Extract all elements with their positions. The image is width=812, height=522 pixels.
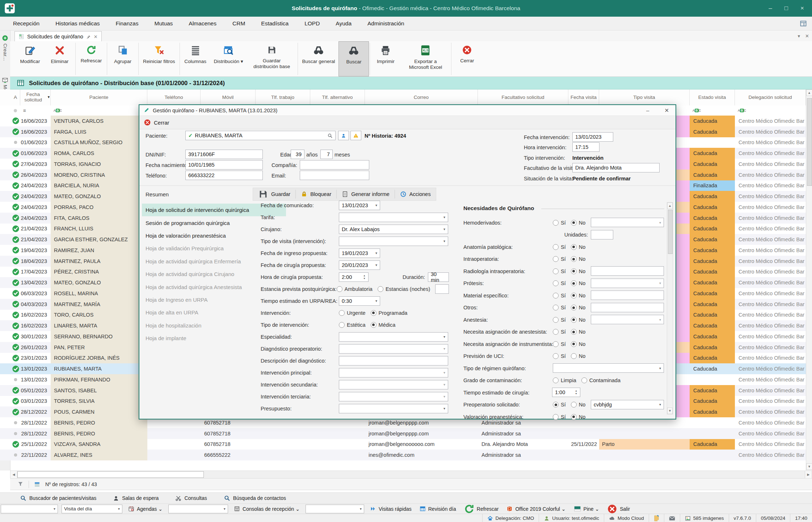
radio-10-1[interactable] [371, 322, 376, 328]
nq-radio-si-7[interactable] [553, 305, 559, 310]
button-consolas[interactable]: Consolas de recepción ⌄ [232, 506, 302, 512]
spinner-arrows-icon[interactable]: ▲▼ [363, 274, 366, 280]
unidades-input[interactable] [591, 230, 613, 239]
column-header-facultativo[interactable]: Facultativo solicitud [478, 89, 568, 105]
column-header-delegacion[interactable]: Delegación solicitud [735, 89, 806, 105]
menu-lopd[interactable]: LOPD [296, 17, 328, 30]
combo-4[interactable]: 19/01/2023▾ [339, 249, 380, 258]
horizontal-scrollbar[interactable]: ◀ ▶ [10, 471, 812, 479]
table-row[interactable]: 28/11/2022BERNIS, PEDRO607852718jroman@b… [0, 428, 812, 439]
nq-radio-si-4[interactable] [553, 268, 559, 274]
status-version[interactable]: v7.6.7.0 [729, 514, 756, 522]
filter-cell-estado[interactable]: ABC [690, 105, 735, 116]
nq-radio-si-16[interactable] [553, 414, 559, 420]
toolbar-button-cerrar[interactable]: Cerrar [452, 41, 482, 76]
input-13[interactable] [339, 356, 448, 366]
column-header-fechav[interactable]: Fecha visita [568, 89, 599, 105]
nq-radio-no-6[interactable] [571, 293, 577, 298]
cerrar-button[interactable]: Cerrar [154, 120, 169, 126]
nq-radio-si-3[interactable] [553, 256, 559, 262]
nq-radio-si-8[interactable] [553, 317, 559, 323]
menu-crm[interactable]: CRM [224, 17, 253, 30]
toolbar-button-exportar-excel[interactable]: XLSExportar a Microsoft Excel [400, 41, 450, 76]
dialog-button-guardar[interactable]: Guardar [253, 188, 295, 200]
radio-9-1[interactable] [371, 310, 376, 316]
toolbar-button-guardar-distribucion-base[interactable]: Guardar distribución base [247, 41, 297, 76]
spinner-arrows-icon[interactable]: ▲▼ [575, 389, 577, 395]
filter-funnel-icon[interactable] [17, 481, 24, 487]
tablist-close-icon[interactable]: ✕ [805, 33, 809, 39]
scroll-right-icon[interactable]: ▶ [805, 471, 812, 478]
nq-radio-no-16[interactable] [571, 414, 577, 420]
nq-radio-no-3[interactable] [571, 256, 577, 262]
nq-radio-si-11[interactable] [553, 353, 559, 359]
nq-radio-no-2[interactable] [571, 244, 577, 250]
combo-1[interactable]: ▾ [339, 213, 448, 222]
dni-input[interactable]: 39171606F [185, 150, 263, 159]
combo-0[interactable]: 13/01/2023▾ [339, 201, 380, 210]
column-header-a[interactable]: A [11, 89, 20, 105]
combo-combo-1[interactable]: ▾ [1, 505, 58, 513]
filter-cell-delegacion[interactable]: ABC [735, 105, 806, 116]
button-visitas-rapidas[interactable]: Visitas rápidas [368, 506, 414, 512]
toolbar-button-imprimir[interactable]: Imprimir [371, 41, 400, 76]
nq-input-6[interactable] [591, 291, 664, 300]
nq-radio-no-11[interactable] [571, 353, 577, 359]
filter-cell-a[interactable] [11, 105, 20, 116]
edad-meses-input[interactable]: 7 [320, 150, 333, 159]
column-header-correo[interactable]: Correo [365, 89, 478, 105]
tablist-dropdown-icon[interactable]: ▾ [798, 33, 800, 39]
compania-input[interactable] [300, 160, 369, 170]
dialog-scrollbar[interactable]: ▲ ▼ [667, 202, 673, 414]
layout-icon[interactable] [800, 20, 807, 27]
column-header-estado[interactable]: Estado visita [690, 89, 735, 105]
hora-intervencion-input[interactable]: 17:15 [572, 142, 599, 152]
toolbar-button-buscar-general[interactable]: Buscar general [299, 41, 339, 76]
menu-administración[interactable]: Administración [359, 17, 412, 30]
dialog-scroll-down-icon[interactable]: ▼ [667, 408, 673, 414]
nq-radio-13-1[interactable] [581, 377, 587, 383]
column-header-trabajo[interactable]: Tlf. trabajo [256, 89, 310, 105]
combo-vista[interactable]: Visita del día▾ [62, 505, 122, 513]
table-row[interactable]: 25/11/2022VIZCAYA, SANDRA607852718jroman… [0, 439, 812, 450]
nq-radio-no-15[interactable] [571, 402, 577, 408]
nq-radio-si-2[interactable] [553, 244, 559, 250]
regimen-combo[interactable]: ▾ [553, 363, 664, 373]
dialog-button-acciones[interactable]: Acciones [395, 188, 436, 200]
toolbar-button-reiniciar-filtros[interactable]: Reiniciar filtros [139, 41, 179, 76]
button-refrescar2[interactable]: Refrescar [462, 504, 501, 514]
status-notas[interactable] [649, 514, 664, 522]
nacimiento-input[interactable]: 10/01/1985 [185, 160, 263, 170]
dialog-button-generar-informe[interactable]: Generar informe [337, 188, 395, 200]
pin-icon[interactable] [86, 34, 91, 39]
button-pine-theme[interactable]: Pine ⌄ [572, 506, 602, 512]
combo-combo-3[interactable]: ▾ [306, 505, 364, 513]
toolbar-button-columnas[interactable]: Columnas [181, 41, 210, 76]
radio-7-0[interactable] [337, 286, 342, 292]
column-header-tipo[interactable]: Tipo visita [599, 89, 690, 105]
radio-10-0[interactable] [339, 322, 345, 328]
dialog-scroll-thumb[interactable] [668, 210, 673, 254]
menu-finanzas[interactable]: Finanzas [108, 17, 147, 30]
scroll-down-icon[interactable]: ▼ [806, 463, 812, 470]
scroll-left-icon[interactable]: ◀ [10, 471, 17, 478]
menu-almacenes[interactable]: Almacenes [181, 17, 224, 30]
table-row[interactable]: 22/11/2022ALVAREZ, INES666555222ines@ofi… [0, 450, 812, 460]
column-header-fecha[interactable]: Fecha solicitud ▼ [20, 89, 51, 105]
button-agendas[interactable]: Agendas ⌄ [126, 506, 165, 512]
nq-input-4[interactable] [591, 266, 664, 276]
menu-ayuda[interactable]: Ayuda [328, 17, 359, 30]
minimize-button[interactable]: – [769, 5, 772, 12]
radio-9-0[interactable] [339, 310, 345, 316]
nq-radio-si-15[interactable] [553, 402, 559, 408]
shortcut-salas-espera[interactable]: Salas de espera [113, 495, 159, 501]
combo-8[interactable]: 0:30▾ [339, 296, 380, 306]
dialog-button-bloquear[interactable]: Bloquear [296, 188, 336, 200]
menu-historias-médicas[interactable]: Historias médicas [47, 17, 108, 30]
menu-recepción[interactable]: Recepción [5, 17, 47, 30]
estancias-input[interactable] [435, 284, 449, 294]
combo-5[interactable]: 20/01/2023▾ [339, 260, 380, 270]
toolbar-button-agrupar[interactable]: Agrupar [108, 41, 138, 76]
filter-cell-paciente[interactable]: ABC [51, 105, 147, 116]
shortcut-consultas[interactable]: Consultas [175, 495, 207, 501]
